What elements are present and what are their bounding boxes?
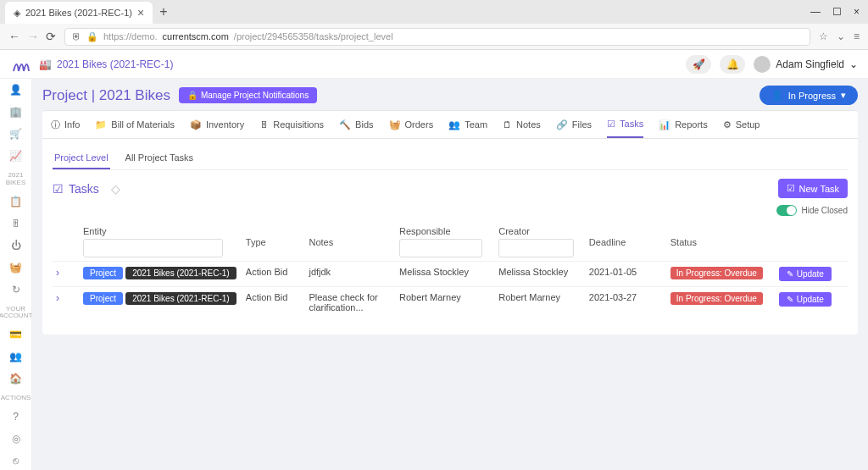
- plus-check-icon: ☑: [787, 183, 795, 194]
- basket-icon: 🧺: [389, 119, 401, 130]
- filter-responsible[interactable]: [399, 239, 482, 257]
- shield-icon: ⛨: [72, 31, 81, 41]
- tab-requisitions[interactable]: 🎚Requisitions: [259, 111, 324, 138]
- tab-orders[interactable]: 🧺Orders: [389, 111, 434, 138]
- col-notes: Notes: [309, 237, 392, 247]
- tab-files[interactable]: 🔗Files: [556, 111, 592, 138]
- hide-closed-row: Hide Closed: [53, 205, 848, 216]
- browser-tab[interactable]: ◈ 2021 Bikes (2021-REC-1) ×: [5, 2, 153, 24]
- user-menu[interactable]: Adam Singfield ⌄: [754, 56, 858, 73]
- chevron-down-icon: ⌄: [849, 58, 858, 70]
- rail-building-icon[interactable]: 🏢: [6, 104, 26, 119]
- rail-chart-icon[interactable]: 📈: [6, 148, 26, 163]
- rail-sync-icon[interactable]: ↻: [6, 282, 26, 297]
- pocket-icon[interactable]: ⌄: [837, 30, 845, 42]
- reload-button[interactable]: ⟳: [46, 30, 56, 43]
- cell-notes: Please check for clarification...: [305, 287, 396, 318]
- rail-help-icon[interactable]: ?: [6, 409, 26, 424]
- status-badge: In Progress: Overdue: [670, 267, 763, 279]
- tab-tasks[interactable]: ☑Tasks: [607, 111, 643, 138]
- rail-home-icon[interactable]: 🏠: [6, 371, 26, 386]
- section-title: ☑ Tasks ◇: [53, 182, 120, 196]
- tab-bids[interactable]: 🔨Bids: [339, 111, 373, 138]
- main-content: Project | 2021 Bikes 🔒 Manage Project No…: [32, 79, 868, 470]
- rocket-button[interactable]: 🚀: [686, 55, 711, 74]
- rail-target-icon[interactable]: ◎: [6, 431, 26, 446]
- tab-reports[interactable]: 📊Reports: [659, 111, 708, 138]
- url-input[interactable]: ⛨ 🔒 https://demo.currentscm.com/project/…: [64, 28, 810, 46]
- maximize-icon[interactable]: ☐: [832, 6, 842, 18]
- update-button[interactable]: ✎Update: [779, 292, 832, 307]
- url-path: /project/294565358/tasks/project_level: [234, 31, 393, 41]
- rail-power-icon[interactable]: ⏻: [6, 238, 26, 253]
- lock-icon: 🔒: [187, 91, 198, 100]
- update-button[interactable]: ✎Update: [779, 267, 832, 281]
- cell-creator: Melissa Stockley: [495, 262, 586, 287]
- expand-row-icon[interactable]: ›: [56, 292, 59, 304]
- subtab-project-level[interactable]: Project Level: [53, 147, 110, 169]
- expand-row-icon[interactable]: ›: [56, 267, 59, 279]
- forward-button[interactable]: →: [27, 30, 39, 43]
- tab-setup[interactable]: ⚙Setup: [723, 111, 760, 138]
- browser-chrome: ◈ 2021 Bikes (2021-REC-1) × + — ☐ × ← → …: [0, 0, 868, 50]
- pencil-icon: ✎: [787, 269, 793, 279]
- chevron-down-icon: ▾: [841, 90, 846, 101]
- tab-bom[interactable]: 📁Bill of Materials: [95, 111, 175, 138]
- entity-name-chip[interactable]: 2021 Bikes (2021-REC-1): [125, 267, 236, 279]
- subtab-all-tasks[interactable]: All Project Tasks: [124, 147, 196, 169]
- breadcrumb[interactable]: 🏭 2021 Bikes (2021-REC-1): [39, 58, 173, 70]
- back-button[interactable]: ←: [8, 30, 20, 43]
- diamond-icon[interactable]: ◇: [111, 182, 120, 196]
- cell-type: Action Bid: [242, 262, 306, 287]
- project-tabs: ⓘInfo 📁Bill of Materials 📦Inventory 🎚Req…: [42, 110, 858, 139]
- project-status-dropdown[interactable]: 👤 In Progress ▾: [760, 86, 858, 105]
- cell-responsible: Robert Marney: [396, 287, 495, 318]
- breadcrumb-text: 2021 Bikes (2021-REC-1): [57, 58, 173, 70]
- window-controls: — ☐ ×: [810, 6, 868, 18]
- app-bar: 🏭 2021 Bikes (2021-REC-1) 🚀 🔔 Adam Singf…: [0, 50, 868, 79]
- table-row: ›Project 2021 Bikes (2021-REC-1)Action B…: [53, 262, 848, 287]
- rail-card-icon[interactable]: 💳: [6, 327, 26, 342]
- entity-name-chip[interactable]: 2021 Bikes (2021-REC-1): [125, 292, 236, 305]
- note-icon: 🗒: [503, 119, 512, 130]
- menu-icon[interactable]: ≡: [854, 30, 860, 42]
- person-icon: 👤: [771, 90, 783, 101]
- rail-user-icon[interactable]: 👤: [6, 82, 26, 97]
- rail-sliders-icon[interactable]: 🎚: [6, 216, 26, 231]
- filter-entity[interactable]: [83, 239, 223, 257]
- lock-icon: 🔒: [86, 31, 98, 42]
- col-creator: Creator: [498, 226, 582, 236]
- table-row: ›Project 2021 Bikes (2021-REC-1)Action B…: [53, 287, 848, 318]
- filter-creator[interactable]: [498, 239, 574, 257]
- tab-notes[interactable]: 🗒Notes: [503, 111, 541, 138]
- cell-deadline: 2021-01-05: [586, 262, 667, 287]
- new-task-button[interactable]: ☑ New Task: [778, 179, 848, 198]
- check-icon: ☑: [607, 119, 615, 130]
- minimize-icon[interactable]: —: [810, 6, 821, 18]
- folder-icon: 📁: [95, 119, 107, 130]
- rail-people-icon[interactable]: 👥: [6, 349, 26, 364]
- notifications-button[interactable]: 🔔: [720, 55, 745, 74]
- bookmark-icon[interactable]: ☆: [819, 30, 828, 42]
- new-tab-button[interactable]: +: [159, 4, 167, 19]
- tab-close-icon[interactable]: ×: [137, 6, 144, 19]
- link-icon: 🔗: [556, 119, 568, 130]
- factory-icon: 🏭: [39, 58, 52, 70]
- manage-notifications-button[interactable]: 🔒 Manage Project Notifications: [179, 87, 317, 103]
- box-icon: 📦: [190, 119, 202, 130]
- rail-cart-icon[interactable]: 🛒: [6, 126, 26, 141]
- cell-creator: Robert Marney: [495, 287, 586, 318]
- rail-basket-icon[interactable]: 🧺: [6, 260, 26, 275]
- url-prefix: https://demo.: [103, 31, 158, 41]
- task-subtabs: Project Level All Project Tasks: [53, 147, 848, 170]
- tab-inventory[interactable]: 📦Inventory: [190, 111, 244, 138]
- tab-team[interactable]: 👥Team: [448, 111, 487, 138]
- status-badge: In Progress: Overdue: [670, 292, 763, 305]
- rail-exit-icon[interactable]: ⎋: [6, 453, 26, 468]
- close-window-icon[interactable]: ×: [854, 6, 860, 18]
- tab-info[interactable]: ⓘInfo: [51, 111, 80, 138]
- col-type: Type: [246, 237, 303, 247]
- hide-closed-toggle[interactable]: [776, 205, 797, 216]
- rail-clipboard-icon[interactable]: 📋: [6, 194, 26, 209]
- app-logo: [10, 54, 31, 75]
